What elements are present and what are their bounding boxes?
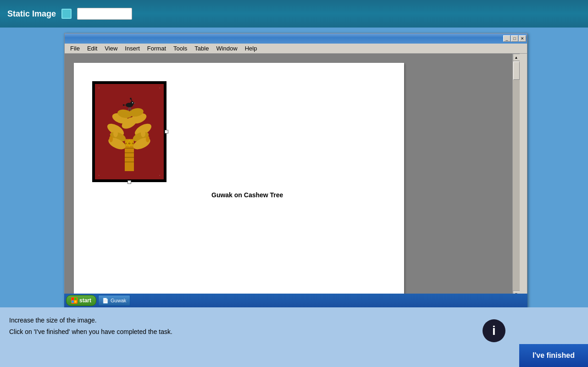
menu-help[interactable]: Help (241, 44, 261, 53)
menu-bar: File Edit View Insert Format Tools Table… (65, 44, 527, 54)
svg-point-28 (130, 98, 132, 100)
image-caption: Guwak on Cashew Tree (211, 191, 386, 199)
checkbox-icon[interactable] (61, 9, 72, 19)
svg-rect-38 (74, 300, 77, 303)
taskbar-app-icon: 📄 (102, 298, 109, 304)
app-title: Static Image (7, 9, 56, 19)
taskbar-app-label: Guwak (111, 298, 126, 303)
main-window: _ □ ✕ File Edit View Insert Format Tools… (64, 33, 527, 308)
window-titlebar: _ □ ✕ (65, 33, 527, 44)
finished-button[interactable]: I've finished (519, 344, 588, 367)
svg-point-34 (146, 136, 150, 142)
artwork (95, 84, 164, 179)
svg-point-33 (109, 136, 113, 142)
start-button[interactable]: start (66, 295, 96, 306)
info-button[interactable]: i (483, 319, 505, 342)
svg-point-31 (113, 130, 118, 137)
instruction-line2: Click on 'I've finished' when you have c… (9, 326, 172, 338)
maximize-button[interactable]: □ (511, 35, 518, 42)
instruction-area: Increase the size of the image. Click on… (0, 307, 588, 367)
scroll-up-arrow[interactable]: ▲ (513, 54, 520, 61)
svg-point-25 (132, 102, 133, 103)
taskbar-app-button[interactable]: 📄 Guwak (98, 295, 130, 306)
resize-handle-bottom[interactable] (128, 180, 131, 184)
close-button[interactable]: ✕ (519, 35, 526, 42)
image-wrapper[interactable] (92, 81, 166, 182)
menu-view[interactable]: View (101, 44, 121, 53)
image-frame (92, 81, 166, 182)
start-label: start (79, 297, 91, 304)
minimize-button[interactable]: _ (503, 35, 510, 42)
document-area: Guwak on Cashew Tree ▲ ▼ (65, 54, 520, 298)
artwork-svg (95, 84, 164, 179)
taskbar: start 📄 Guwak (64, 294, 527, 307)
svg-rect-36 (74, 298, 77, 300)
scroll-track (513, 61, 520, 290)
top-bar: Static Image (0, 0, 588, 28)
scrollbar-right[interactable]: ▲ ▼ (512, 54, 520, 298)
windows-logo (71, 297, 78, 304)
svg-rect-37 (72, 300, 74, 303)
menu-format[interactable]: Format (144, 44, 170, 53)
menu-tools[interactable]: Tools (170, 44, 191, 53)
menu-window[interactable]: Window (212, 44, 241, 53)
resize-handle-right[interactable] (165, 130, 168, 133)
svg-rect-35 (72, 298, 74, 300)
menu-insert[interactable]: Insert (121, 44, 144, 53)
menu-file[interactable]: File (67, 44, 83, 53)
svg-point-23 (130, 101, 134, 105)
scroll-thumb[interactable] (513, 61, 520, 80)
menu-edit[interactable]: Edit (83, 44, 101, 53)
menu-table[interactable]: Table (191, 44, 212, 53)
svg-point-32 (141, 130, 145, 137)
top-input[interactable] (77, 8, 132, 20)
instruction-line1: Increase the size of the image. (9, 315, 172, 326)
document-page: Guwak on Cashew Tree (74, 63, 404, 298)
